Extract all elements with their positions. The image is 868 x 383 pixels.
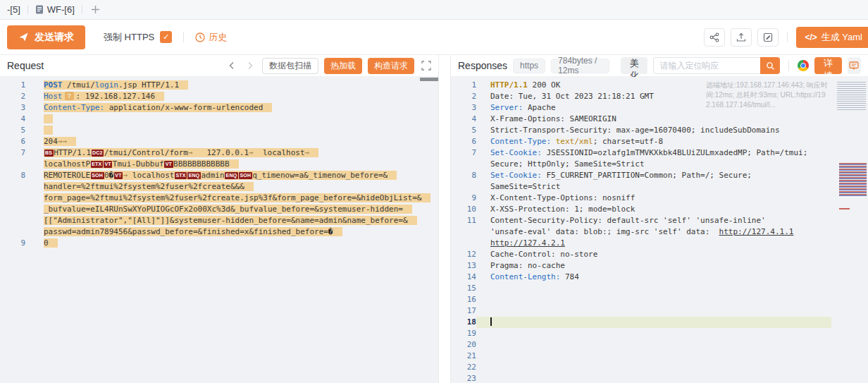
- code-text[interactable]: [476, 373, 868, 383]
- request-editor[interactable]: 1POST /tmui/login.jsp HTTP/1.12Host?: 19…: [0, 77, 438, 383]
- code-text[interactable]: [476, 305, 868, 317]
- code-text[interactable]: [476, 339, 868, 351]
- code-line[interactable]: _bufvalue=eIL4RUnSwXYoPUIOGcOFx2o00Xc%3d…: [0, 204, 438, 215]
- code-text[interactable]: Set-Cookie: JSESSIONID=ozlafg1mTMVKXkbk4…: [476, 147, 868, 159]
- generate-yaml-button[interactable]: </> 生成 Yaml: [796, 27, 868, 48]
- beautify-button[interactable]: 美化: [621, 57, 648, 74]
- code-text[interactable]: [476, 283, 868, 294]
- code-line[interactable]: passwd=admin789456&passwd_before=&finish…: [0, 226, 438, 238]
- code-line[interactable]: 16: [451, 294, 868, 305]
- code-text[interactable]: X-XSS-Protection: 1; mode=block: [476, 204, 868, 215]
- code-text[interactable]: POST /tmui/login.jsp HTTP/1.1: [25, 80, 438, 91]
- code-line[interactable]: [["Administrator","[All]"]]&systemuser-h…: [0, 215, 438, 226]
- code-line[interactable]: 10X-XSS-Protection: 1; mode=block: [451, 204, 868, 215]
- code-text[interactable]: Cache-Control: no-store: [476, 249, 868, 260]
- code-line[interactable]: 11Content-Security-Policy: default-src '…: [451, 215, 868, 226]
- code-text[interactable]: REMOTEROLESOH0�VT→ localhostSTXENQadminE…: [25, 170, 438, 181]
- scrollbar-thumb[interactable]: [420, 78, 438, 81]
- code-text[interactable]: Content-Security-Policy: default-src 'se…: [476, 215, 868, 226]
- code-line[interactable]: 2Host?: 192.168.127.146: [0, 91, 438, 102]
- code-text[interactable]: Secure; HttpOnly; SameSite=Strict: [476, 159, 868, 170]
- code-text[interactable]: Pragma: no-cache: [476, 260, 868, 272]
- code-text[interactable]: [476, 351, 868, 362]
- code-text[interactable]: localhostPETXVTTmui-DubbufVTBBBBBBBBBBBB: [25, 159, 438, 170]
- request-code[interactable]: 1POST /tmui/login.jsp HTTP/1.12Host?: 19…: [0, 80, 438, 249]
- code-line[interactable]: Secure; HttpOnly; SameSite=Strict: [451, 159, 868, 170]
- code-line[interactable]: http://127.4.2.1: [451, 238, 868, 249]
- hot-reload-button[interactable]: 热加载: [324, 58, 362, 74]
- history-button[interactable]: 历史: [195, 31, 227, 44]
- tab-5[interactable]: -[5]: [0, 0, 27, 19]
- export-button[interactable]: [731, 28, 752, 47]
- history-next-button[interactable]: [244, 59, 256, 72]
- code-line[interactable]: 21: [451, 351, 868, 362]
- code-text[interactable]: [476, 328, 868, 339]
- code-text[interactable]: X-Content-Type-Options: nosniff: [476, 193, 868, 204]
- detail-button[interactable]: 详情: [814, 57, 842, 74]
- code-text[interactable]: Strict-Transport-Security: max-age=16070…: [476, 125, 868, 136]
- code-line[interactable]: 1POST /tmui/login.jsp HTTP/1.1: [0, 80, 438, 91]
- comment-button[interactable]: [848, 57, 861, 74]
- code-text[interactable]: _bufvalue=eIL4RUnSwXYoPUIOGcOFx2o00Xc%3d…: [25, 204, 438, 215]
- code-line[interactable]: 5: [0, 125, 438, 136]
- code-text[interactable]: BSHTTP/1.1DC2/tmui/Control/form→ 127.0.0…: [25, 147, 438, 159]
- code-line[interactable]: 15: [451, 283, 868, 294]
- response-search-input[interactable]: [653, 57, 760, 74]
- code-line[interactable]: form_page=%2ftmui%2fsystem%2fuser%2fcrea…: [0, 193, 438, 204]
- code-text[interactable]: [["Administrator","[All]"]]&systemuser-h…: [25, 215, 438, 226]
- code-line[interactable]: 5Strict-Transport-Security: max-age=1607…: [451, 125, 868, 136]
- code-line[interactable]: 6Content-Type: text/xml; charset=utf-8: [451, 136, 868, 147]
- code-line[interactable]: 6204→→: [0, 136, 438, 147]
- edit-button[interactable]: [757, 28, 779, 47]
- send-request-button[interactable]: 发送请求: [7, 25, 85, 49]
- search-button[interactable]: [760, 57, 780, 74]
- code-text[interactable]: 204→→: [25, 136, 438, 147]
- code-text[interactable]: [476, 317, 831, 328]
- code-text[interactable]: [476, 362, 868, 373]
- code-text[interactable]: Content-Type: application/x-www-form-url…: [25, 102, 438, 114]
- code-line[interactable]: 17: [451, 305, 868, 317]
- open-in-chrome-button[interactable]: [798, 60, 809, 71]
- share-button[interactable]: [704, 28, 725, 47]
- tab-wf-6[interactable]: WF-[6]: [28, 0, 82, 19]
- code-text[interactable]: [25, 125, 438, 136]
- code-line[interactable]: 3Content-Type: application/x-www-form-ur…: [0, 102, 438, 114]
- code-line[interactable]: 8REMOTEROLESOH0�VT→ localhostSTXENQadmin…: [0, 170, 438, 181]
- code-line[interactable]: 20: [451, 339, 868, 351]
- code-line[interactable]: 4: [0, 114, 438, 125]
- code-line[interactable]: 8Set-Cookie: F5_CURRENT_PARTITION=Common…: [451, 170, 868, 181]
- panel-splitter[interactable]: [439, 55, 450, 383]
- code-text[interactable]: http://127.4.2.1: [476, 238, 868, 249]
- code-text[interactable]: passwd=admin789456&passwd_before=&finish…: [25, 226, 438, 238]
- force-https-checkbox[interactable]: ✓: [160, 31, 172, 43]
- code-line[interactable]: 18: [451, 317, 868, 328]
- code-line[interactable]: 9X-Content-Type-Options: nosniff: [451, 193, 868, 204]
- code-line[interactable]: 'unsafe-eval' data: blob:; img-src 'self…: [451, 226, 868, 238]
- code-line[interactable]: 90: [0, 238, 438, 249]
- minimap[interactable]: [834, 77, 868, 383]
- packet-scan-button[interactable]: 数据包扫描: [262, 58, 318, 74]
- response-editor[interactable]: 1HTTP/1.1 200 OK2Date: Tue, 31 Oct 2023 …: [451, 77, 868, 383]
- code-text[interactable]: handler=%2ftmui%2fsystem%2fuser%2fcreate…: [25, 181, 438, 193]
- code-line[interactable]: localhostPETXVTTmui-DubbufVTBBBBBBBBBBBB: [0, 159, 438, 170]
- code-text[interactable]: 0: [25, 238, 438, 249]
- code-line[interactable]: 7BSHTTP/1.1DC2/tmui/Control/form→ 127.0.…: [0, 147, 438, 159]
- code-line[interactable]: 7Set-Cookie: JSESSIONID=ozlafg1mTMVKXkbk…: [451, 147, 868, 159]
- code-text[interactable]: SameSite=Strict: [476, 181, 868, 193]
- code-line[interactable]: handler=%2ftmui%2fsystem%2fuser%2fcreate…: [0, 181, 438, 193]
- code-text[interactable]: form_page=%2ftmui%2fsystem%2fuser%2fcrea…: [25, 193, 438, 204]
- code-text[interactable]: 'unsafe-eval' data: blob:; img-src 'self…: [476, 226, 868, 238]
- code-text[interactable]: [476, 294, 868, 305]
- new-tab-button[interactable]: [82, 5, 108, 14]
- code-line[interactable]: 23: [451, 373, 868, 383]
- build-request-button[interactable]: 构造请求: [368, 58, 414, 74]
- code-line[interactable]: 4X-Frame-Options: SAMEORIGIN: [451, 114, 868, 125]
- code-line[interactable]: 14Content-Length: 784: [451, 272, 868, 283]
- code-text[interactable]: X-Frame-Options: SAMEORIGIN: [476, 114, 868, 125]
- fullscreen-button[interactable]: [421, 61, 431, 71]
- code-text[interactable]: [25, 114, 438, 125]
- code-line[interactable]: 12Cache-Control: no-store: [451, 249, 868, 260]
- code-line[interactable]: 22: [451, 362, 868, 373]
- code-line[interactable]: 13Pragma: no-cache: [451, 260, 868, 272]
- history-prev-button[interactable]: [225, 59, 238, 72]
